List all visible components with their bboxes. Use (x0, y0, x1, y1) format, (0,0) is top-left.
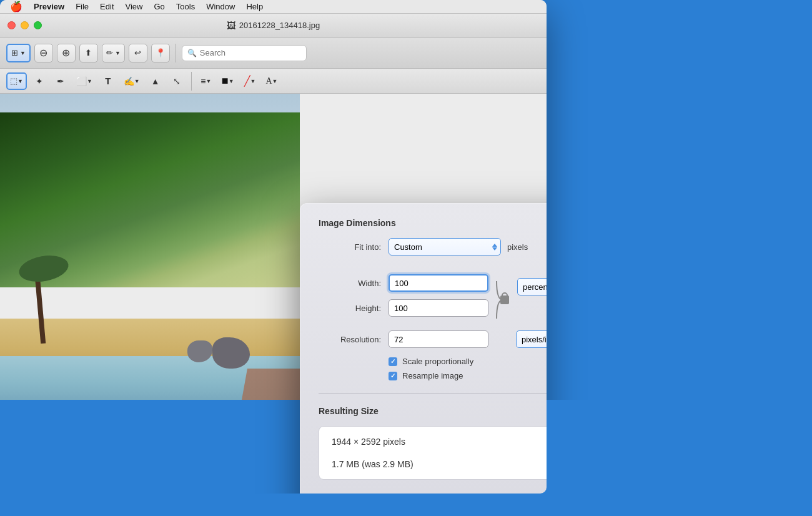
fill-color-btn[interactable]: ■ ▼ (219, 72, 237, 90)
adjust-icon: ▲ (151, 76, 160, 86)
resample-checkbox-row: ✓ Resample image (389, 371, 547, 380)
stroke-color-btn[interactable]: ╱ ▼ (241, 72, 259, 90)
shape-icon: ⬜ (76, 76, 87, 86)
wh-section: Width: Height: (319, 274, 547, 322)
border-style-icon: ≡ (201, 76, 205, 86)
fill-dropdown-icon: ▼ (229, 78, 234, 84)
crop-icon: ⤡ (173, 76, 181, 86)
checkmark-icon: ✓ (390, 358, 395, 365)
resolution-unit-container: pixels/inch pixels/cm (516, 330, 547, 348)
scale-checkbox[interactable]: ✓ (389, 357, 397, 366)
width-label: Width: (319, 279, 381, 288)
instant-alpha-btn[interactable]: ✦ (31, 72, 48, 90)
close-button[interactable] (7, 21, 16, 29)
resolution-label: Resolution: (319, 335, 381, 344)
dropdown-arrow-icon: ▼ (20, 50, 26, 56)
fit-into-select[interactable]: Custom Actual Size Letter Legal A4 (389, 238, 501, 256)
height-input[interactable] (389, 299, 488, 317)
rock-1 (212, 337, 250, 369)
dialog-divider (319, 393, 547, 394)
adjust-btn[interactable]: ▲ (147, 72, 164, 90)
rotate-icon: ↩ (134, 48, 141, 57)
text-btn[interactable]: T (99, 72, 117, 90)
border-style-btn[interactable]: ≡ ▼ (197, 72, 215, 90)
font-btn[interactable]: A ▼ (262, 72, 280, 90)
fill-icon: ■ (222, 74, 229, 87)
height-row: Height: (319, 299, 488, 317)
resample-checkmark-icon: ✓ (390, 372, 395, 379)
select-dropdown-icon: ▼ (17, 78, 23, 84)
toolbar-separator (176, 44, 176, 62)
fit-into-unit: pixels (507, 242, 528, 252)
zoom-out-icon: ⊖ (39, 47, 47, 59)
signature-btn[interactable]: ✍ ▼ (121, 72, 143, 90)
filename-label: 20161228_134418.jpg (239, 21, 320, 30)
main-toolbar: ⊞ ▼ ⊖ ⊕ ⬆ ✏ ▼ ↩ 📍 🔍 (0, 37, 547, 69)
menu-edit[interactable]: Edit (95, 1, 119, 13)
search-input[interactable] (200, 48, 287, 57)
resulting-filesize: 1.7 MB (was 2.9 MB) (332, 459, 547, 469)
stroke-dropdown-icon: ▼ (250, 78, 256, 84)
menu-go[interactable]: Go (149, 1, 169, 13)
width-row: Width: (319, 274, 488, 292)
resulting-size-section: 1944 × 2592 pixels 1.7 MB (was 2.9 MB) (319, 426, 547, 480)
select-icon: ⬚ (10, 76, 17, 86)
signature-icon: ✍ (124, 76, 134, 86)
svg-rect-0 (500, 295, 509, 304)
zoom-in-icon: ⊕ (62, 47, 70, 59)
sig-dropdown-icon: ▼ (134, 78, 140, 84)
percent-unit-select[interactable]: percent pixels mm cm inches (517, 278, 547, 295)
pencil-icon: ✒ (57, 76, 64, 86)
text-icon: T (105, 76, 111, 86)
search-icon: 🔍 (187, 49, 197, 57)
wand-icon: ✦ (36, 76, 43, 86)
resulting-size-title: Resulting Size (319, 406, 547, 416)
markup-btn[interactable]: ✏ ▼ (102, 44, 125, 62)
resolution-input[interactable] (389, 330, 488, 348)
sidebar-toggle-btn[interactable]: ⊞ ▼ (6, 44, 31, 62)
scale-checkbox-row: ✓ Scale proportionally (389, 357, 547, 366)
markup-icon: ✏ (106, 48, 113, 57)
resolution-row: Resolution: pixels/inch pixels/cm (319, 330, 547, 348)
title-bar: 🖼 20161228_134418.jpg (0, 14, 547, 37)
select-tool-btn[interactable]: ⬚ ▼ (6, 72, 27, 90)
share-btn[interactable]: ⬆ (79, 44, 98, 62)
share-icon: ⬆ (85, 48, 92, 57)
window-title: 🖼 20161228_134418.jpg (227, 21, 320, 31)
apple-menu[interactable]: 🍎 (5, 1, 27, 13)
width-input[interactable] (389, 274, 488, 292)
fit-into-select-container: Custom Actual Size Letter Legal A4 (389, 238, 501, 256)
menu-view[interactable]: View (121, 1, 148, 13)
maximize-button[interactable] (34, 21, 42, 29)
crop-btn[interactable]: ⤡ (168, 72, 186, 90)
height-label: Height: (319, 304, 381, 313)
search-box[interactable]: 🔍 (182, 45, 307, 61)
font-dropdown-icon: ▼ (272, 78, 278, 84)
fit-into-row: Fit into: Custom Actual Size Letter Lega… (319, 238, 547, 256)
resolution-unit-select[interactable]: pixels/inch pixels/cm (516, 330, 547, 348)
menu-window[interactable]: Window (201, 1, 240, 13)
rotate-btn[interactable]: ↩ (129, 44, 147, 62)
fit-into-label: Fit into: (319, 242, 381, 252)
sketch-btn[interactable]: ✒ (52, 72, 69, 90)
stroke-icon: ╱ (244, 75, 250, 87)
menu-bar: 🍎 Preview File Edit View Go Tools Window… (0, 0, 547, 14)
zoom-in-btn[interactable]: ⊕ (57, 44, 76, 62)
minimize-button[interactable] (21, 21, 29, 29)
menu-file[interactable]: File (71, 1, 94, 13)
shape-btn[interactable]: ⬜ ▼ (73, 72, 96, 90)
draw-separator (191, 72, 192, 91)
percent-unit-container: percent pixels mm cm inches (517, 278, 547, 295)
image-dimensions-dialog: Image Dimensions Fit into: Custom Actual… (300, 203, 547, 494)
wh-inputs: Width: Height: (319, 274, 488, 317)
resample-label: Resample image (402, 371, 463, 380)
menu-help[interactable]: Help (241, 1, 268, 13)
zoom-out-btn[interactable]: ⊖ (34, 44, 53, 62)
border-dropdown-icon: ▼ (205, 78, 211, 84)
resample-checkbox[interactable]: ✓ (389, 372, 397, 380)
annotate-btn[interactable]: 📍 (151, 44, 170, 62)
dialog-title: Image Dimensions (319, 218, 547, 228)
scale-label: Scale proportionally (402, 357, 473, 366)
menu-preview[interactable]: Preview (29, 1, 69, 13)
menu-tools[interactable]: Tools (171, 1, 200, 13)
